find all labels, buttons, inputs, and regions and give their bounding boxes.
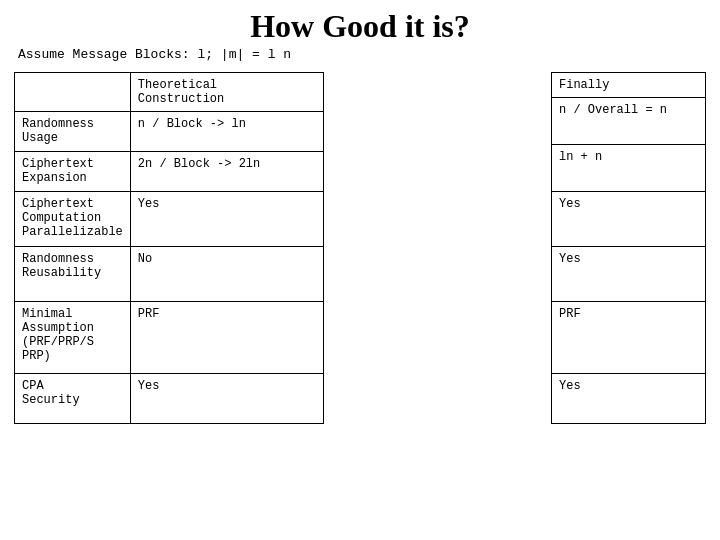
right-table-row-value: ln + n (552, 145, 706, 192)
left-table-row-value: PRF (130, 302, 323, 374)
right-table-row-value: n / Overall = n (552, 98, 706, 145)
left-table-row-value: Yes (130, 374, 323, 424)
right-table-row-value: PRF (552, 302, 706, 374)
left-table-row: CiphertextComputationParallelizableYes (15, 192, 324, 247)
left-table-header-theoretical: TheoreticalConstruction (130, 73, 323, 112)
left-table-row: CPASecurityYes (15, 374, 324, 424)
right-table-row-value: Yes (552, 374, 706, 424)
right-table-row-value: Yes (552, 247, 706, 302)
right-table-row: n / Overall = n (552, 98, 706, 145)
left-table-row-label: RandomnessUsage (15, 112, 131, 152)
left-table-row-label: RandomnessReusability (15, 247, 131, 302)
right-table-row: Yes (552, 374, 706, 424)
right-table-row-value: Yes (552, 192, 706, 247)
right-table-header-finally: Finally (552, 73, 706, 98)
left-table-row: MinimalAssumption(PRF/PRP/SPRP)PRF (15, 302, 324, 374)
right-table-row: Yes (552, 192, 706, 247)
left-table-row-value: Yes (130, 192, 323, 247)
right-table-row: PRF (552, 302, 706, 374)
right-table-row: ln + n (552, 145, 706, 192)
left-table-row-label: CiphertextComputationParallelizable (15, 192, 131, 247)
left-table-row-label: MinimalAssumption(PRF/PRP/SPRP) (15, 302, 131, 374)
left-table-row: CiphertextExpansion2n / Block -> 2ln (15, 152, 324, 192)
left-table-row: RandomnessReusabilityNo (15, 247, 324, 302)
left-table-row-value: 2n / Block -> 2ln (130, 152, 323, 192)
left-table-row-value: No (130, 247, 323, 302)
left-table-row-label: CPASecurity (15, 374, 131, 424)
spacer (338, 72, 538, 424)
page-title: How Good it is? (0, 0, 720, 45)
left-table: TheoreticalConstruction RandomnessUsagen… (14, 72, 324, 424)
tables-wrapper: TheoreticalConstruction RandomnessUsagen… (0, 62, 720, 424)
right-table: Finally n / Overall = nln + nYesYesPRFYe… (551, 72, 706, 424)
left-table-row: RandomnessUsagen / Block -> ln (15, 112, 324, 152)
left-table-row-value: n / Block -> ln (130, 112, 323, 152)
left-table-row-label: CiphertextExpansion (15, 152, 131, 192)
left-table-header-empty (15, 73, 131, 112)
right-table-row: Yes (552, 247, 706, 302)
subtitle: Assume Message Blocks: l; |m| = l n (0, 45, 720, 62)
